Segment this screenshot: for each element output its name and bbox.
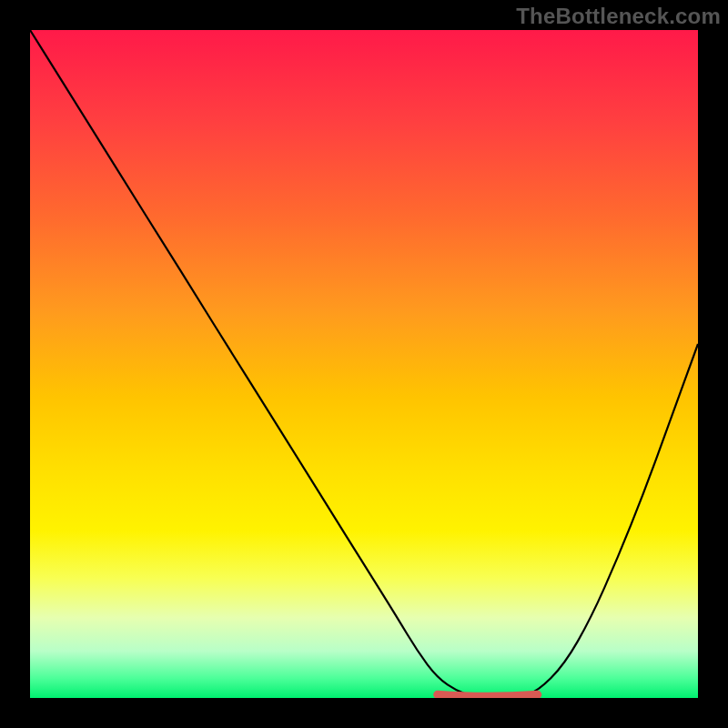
valley-marker <box>438 694 538 696</box>
plot-area <box>30 30 698 698</box>
chart-stage: TheBottleneck.com <box>0 0 728 728</box>
bottleneck-curve <box>30 30 698 698</box>
curve-svg <box>30 30 698 698</box>
watermark-text: TheBottleneck.com <box>516 4 721 29</box>
